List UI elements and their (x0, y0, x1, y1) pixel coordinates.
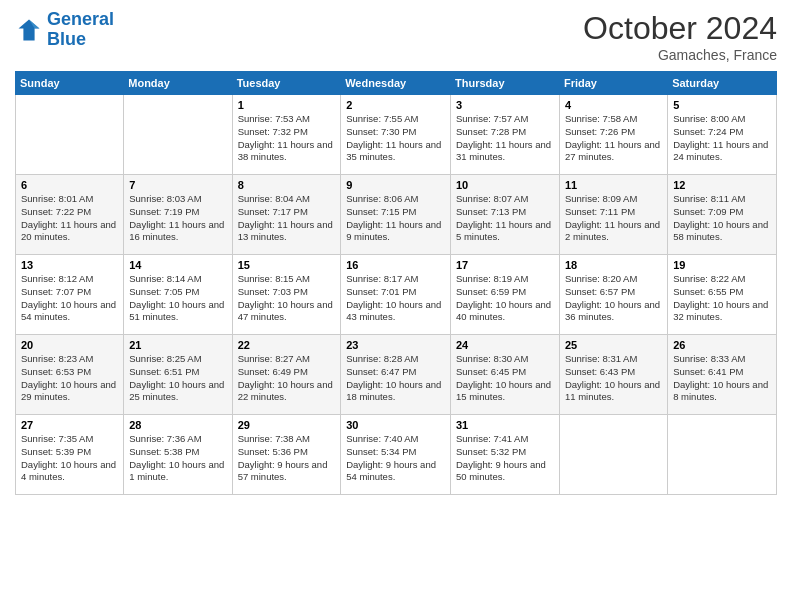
calendar-header-row: Sunday Monday Tuesday Wednesday Thursday… (16, 72, 777, 95)
day-number: 20 (21, 339, 118, 351)
table-row: 5Sunrise: 8:00 AM Sunset: 7:24 PM Daylig… (668, 95, 777, 175)
location: Gamaches, France (583, 47, 777, 63)
day-number: 22 (238, 339, 336, 351)
day-info: Sunrise: 7:38 AM Sunset: 5:36 PM Dayligh… (238, 433, 336, 484)
day-info: Sunrise: 7:55 AM Sunset: 7:30 PM Dayligh… (346, 113, 445, 164)
day-info: Sunrise: 7:57 AM Sunset: 7:28 PM Dayligh… (456, 113, 554, 164)
day-info: Sunrise: 7:40 AM Sunset: 5:34 PM Dayligh… (346, 433, 445, 484)
day-info: Sunrise: 7:36 AM Sunset: 5:38 PM Dayligh… (129, 433, 226, 484)
table-row: 22Sunrise: 8:27 AM Sunset: 6:49 PM Dayli… (232, 335, 341, 415)
day-number: 24 (456, 339, 554, 351)
day-info: Sunrise: 8:30 AM Sunset: 6:45 PM Dayligh… (456, 353, 554, 404)
table-row (124, 95, 232, 175)
day-info: Sunrise: 8:20 AM Sunset: 6:57 PM Dayligh… (565, 273, 662, 324)
day-info: Sunrise: 8:31 AM Sunset: 6:43 PM Dayligh… (565, 353, 662, 404)
day-number: 4 (565, 99, 662, 111)
table-row: 18Sunrise: 8:20 AM Sunset: 6:57 PM Dayli… (559, 255, 667, 335)
col-friday: Friday (559, 72, 667, 95)
day-number: 29 (238, 419, 336, 431)
table-row (668, 415, 777, 495)
logo-icon (15, 16, 43, 44)
day-info: Sunrise: 8:22 AM Sunset: 6:55 PM Dayligh… (673, 273, 771, 324)
table-row: 24Sunrise: 8:30 AM Sunset: 6:45 PM Dayli… (451, 335, 560, 415)
page: General Blue October 2024 Gamaches, Fran… (0, 0, 792, 612)
header: General Blue October 2024 Gamaches, Fran… (15, 10, 777, 63)
day-number: 25 (565, 339, 662, 351)
day-number: 30 (346, 419, 445, 431)
table-row: 14Sunrise: 8:14 AM Sunset: 7:05 PM Dayli… (124, 255, 232, 335)
month-title: October 2024 (583, 10, 777, 47)
table-row: 2Sunrise: 7:55 AM Sunset: 7:30 PM Daylig… (341, 95, 451, 175)
day-info: Sunrise: 8:06 AM Sunset: 7:15 PM Dayligh… (346, 193, 445, 244)
day-info: Sunrise: 8:33 AM Sunset: 6:41 PM Dayligh… (673, 353, 771, 404)
calendar-week-row: 1Sunrise: 7:53 AM Sunset: 7:32 PM Daylig… (16, 95, 777, 175)
day-number: 11 (565, 179, 662, 191)
day-number: 12 (673, 179, 771, 191)
day-info: Sunrise: 7:41 AM Sunset: 5:32 PM Dayligh… (456, 433, 554, 484)
table-row: 4Sunrise: 7:58 AM Sunset: 7:26 PM Daylig… (559, 95, 667, 175)
day-info: Sunrise: 8:03 AM Sunset: 7:19 PM Dayligh… (129, 193, 226, 244)
col-tuesday: Tuesday (232, 72, 341, 95)
day-number: 31 (456, 419, 554, 431)
day-number: 13 (21, 259, 118, 271)
day-number: 27 (21, 419, 118, 431)
day-number: 1 (238, 99, 336, 111)
day-number: 7 (129, 179, 226, 191)
day-info: Sunrise: 8:15 AM Sunset: 7:03 PM Dayligh… (238, 273, 336, 324)
day-info: Sunrise: 8:00 AM Sunset: 7:24 PM Dayligh… (673, 113, 771, 164)
table-row: 1Sunrise: 7:53 AM Sunset: 7:32 PM Daylig… (232, 95, 341, 175)
day-number: 28 (129, 419, 226, 431)
calendar-week-row: 6Sunrise: 8:01 AM Sunset: 7:22 PM Daylig… (16, 175, 777, 255)
col-wednesday: Wednesday (341, 72, 451, 95)
day-number: 19 (673, 259, 771, 271)
logo-line2: Blue (47, 29, 86, 49)
table-row: 16Sunrise: 8:17 AM Sunset: 7:01 PM Dayli… (341, 255, 451, 335)
day-info: Sunrise: 7:58 AM Sunset: 7:26 PM Dayligh… (565, 113, 662, 164)
day-number: 15 (238, 259, 336, 271)
table-row: 30Sunrise: 7:40 AM Sunset: 5:34 PM Dayli… (341, 415, 451, 495)
day-info: Sunrise: 7:53 AM Sunset: 7:32 PM Dayligh… (238, 113, 336, 164)
table-row: 9Sunrise: 8:06 AM Sunset: 7:15 PM Daylig… (341, 175, 451, 255)
day-info: Sunrise: 8:14 AM Sunset: 7:05 PM Dayligh… (129, 273, 226, 324)
svg-marker-0 (19, 19, 40, 40)
table-row: 21Sunrise: 8:25 AM Sunset: 6:51 PM Dayli… (124, 335, 232, 415)
table-row: 15Sunrise: 8:15 AM Sunset: 7:03 PM Dayli… (232, 255, 341, 335)
day-info: Sunrise: 8:07 AM Sunset: 7:13 PM Dayligh… (456, 193, 554, 244)
day-number: 14 (129, 259, 226, 271)
logo-line1: General (47, 9, 114, 29)
table-row: 12Sunrise: 8:11 AM Sunset: 7:09 PM Dayli… (668, 175, 777, 255)
calendar-table: Sunday Monday Tuesday Wednesday Thursday… (15, 71, 777, 495)
day-info: Sunrise: 8:12 AM Sunset: 7:07 PM Dayligh… (21, 273, 118, 324)
day-number: 17 (456, 259, 554, 271)
table-row: 27Sunrise: 7:35 AM Sunset: 5:39 PM Dayli… (16, 415, 124, 495)
title-block: October 2024 Gamaches, France (583, 10, 777, 63)
day-info: Sunrise: 7:35 AM Sunset: 5:39 PM Dayligh… (21, 433, 118, 484)
day-number: 9 (346, 179, 445, 191)
day-number: 2 (346, 99, 445, 111)
day-number: 3 (456, 99, 554, 111)
calendar-week-row: 20Sunrise: 8:23 AM Sunset: 6:53 PM Dayli… (16, 335, 777, 415)
table-row: 6Sunrise: 8:01 AM Sunset: 7:22 PM Daylig… (16, 175, 124, 255)
table-row: 25Sunrise: 8:31 AM Sunset: 6:43 PM Dayli… (559, 335, 667, 415)
day-number: 5 (673, 99, 771, 111)
table-row: 3Sunrise: 7:57 AM Sunset: 7:28 PM Daylig… (451, 95, 560, 175)
table-row: 31Sunrise: 7:41 AM Sunset: 5:32 PM Dayli… (451, 415, 560, 495)
day-info: Sunrise: 8:01 AM Sunset: 7:22 PM Dayligh… (21, 193, 118, 244)
table-row: 8Sunrise: 8:04 AM Sunset: 7:17 PM Daylig… (232, 175, 341, 255)
calendar-week-row: 27Sunrise: 7:35 AM Sunset: 5:39 PM Dayli… (16, 415, 777, 495)
logo: General Blue (15, 10, 114, 50)
table-row: 19Sunrise: 8:22 AM Sunset: 6:55 PM Dayli… (668, 255, 777, 335)
day-number: 8 (238, 179, 336, 191)
day-info: Sunrise: 8:04 AM Sunset: 7:17 PM Dayligh… (238, 193, 336, 244)
table-row: 29Sunrise: 7:38 AM Sunset: 5:36 PM Dayli… (232, 415, 341, 495)
day-info: Sunrise: 8:27 AM Sunset: 6:49 PM Dayligh… (238, 353, 336, 404)
table-row: 17Sunrise: 8:19 AM Sunset: 6:59 PM Dayli… (451, 255, 560, 335)
col-monday: Monday (124, 72, 232, 95)
col-saturday: Saturday (668, 72, 777, 95)
day-number: 6 (21, 179, 118, 191)
day-info: Sunrise: 8:28 AM Sunset: 6:47 PM Dayligh… (346, 353, 445, 404)
col-sunday: Sunday (16, 72, 124, 95)
table-row: 13Sunrise: 8:12 AM Sunset: 7:07 PM Dayli… (16, 255, 124, 335)
day-number: 16 (346, 259, 445, 271)
table-row: 23Sunrise: 8:28 AM Sunset: 6:47 PM Dayli… (341, 335, 451, 415)
